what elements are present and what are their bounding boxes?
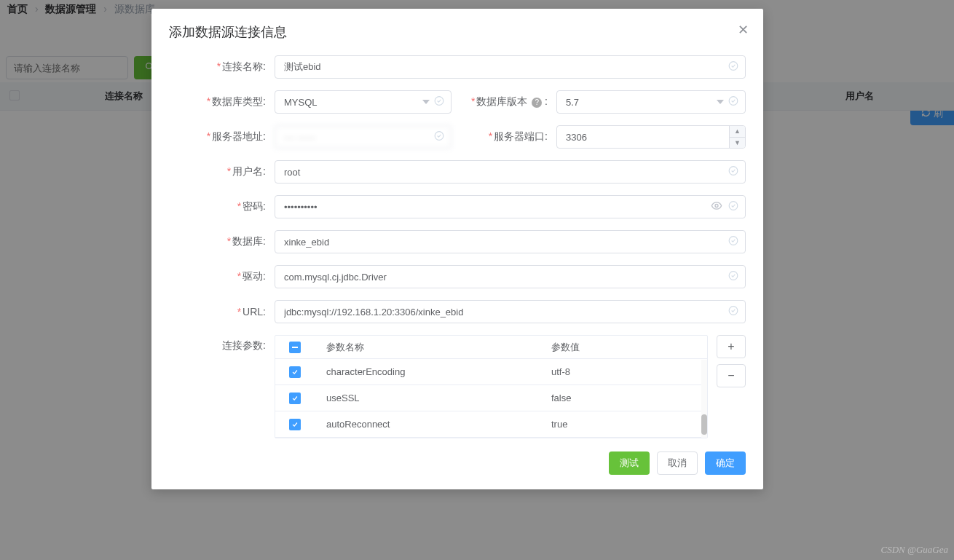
- add-param-button[interactable]: +: [717, 335, 746, 358]
- conn-name-input[interactable]: [275, 55, 746, 79]
- cancel-button[interactable]: 取消: [657, 451, 698, 475]
- svg-point-9: [729, 237, 738, 245]
- chevron-down-icon: [422, 100, 430, 104]
- label-database: 数据库:: [232, 235, 266, 247]
- svg-point-11: [729, 307, 738, 315]
- svg-point-5: [435, 132, 444, 141]
- label-db-version: 数据库版本: [476, 95, 527, 107]
- label-db-type: 数据库类型:: [212, 95, 266, 107]
- col-param-value: 参数值: [540, 341, 707, 354]
- valid-icon: [728, 166, 738, 178]
- label-server-port: 服务器端口:: [494, 130, 548, 142]
- svg-point-2: [729, 62, 738, 71]
- database-input[interactable]: [275, 230, 746, 253]
- port-stepper[interactable]: ▲ ▼: [729, 126, 745, 148]
- stepper-up-icon[interactable]: ▲: [730, 126, 745, 138]
- server-port-input[interactable]: [556, 125, 746, 149]
- label-driver: 驱动:: [243, 270, 266, 282]
- valid-icon: [728, 96, 738, 109]
- valid-icon: [434, 96, 444, 109]
- label-params: 连接参数:: [222, 339, 266, 351]
- select-all-params-checkbox[interactable]: [289, 342, 301, 353]
- server-addr-input[interactable]: [275, 125, 452, 149]
- valid-icon: [728, 306, 738, 318]
- label-conn-name: 连接名称:: [222, 60, 266, 72]
- valid-icon: [728, 271, 738, 283]
- help-icon[interactable]: ?: [532, 98, 542, 108]
- valid-icon: [728, 61, 738, 74]
- valid-icon: [728, 236, 738, 248]
- add-datasource-dialog: 添加数据源连接信息 ✕ *连接名称: *数据库类型: *数据库版本 ? :: [151, 9, 763, 489]
- dialog-title: 添加数据源连接信息: [169, 23, 746, 41]
- scrollbar-thumb[interactable]: [701, 414, 707, 435]
- valid-icon: [434, 131, 444, 143]
- table-row[interactable]: useSSL false: [275, 385, 707, 411]
- chevron-down-icon: [717, 100, 724, 104]
- svg-point-4: [729, 97, 738, 106]
- svg-point-6: [729, 167, 738, 176]
- svg-point-3: [435, 97, 444, 106]
- params-table: 参数名称 参数值 characterEncoding utf-8 useSSL …: [275, 335, 708, 438]
- row-checkbox[interactable]: [289, 366, 301, 378]
- watermark: CSDN @GuaGea: [881, 544, 949, 556]
- remove-param-button[interactable]: −: [717, 364, 746, 387]
- label-username: 用户名:: [232, 165, 266, 177]
- driver-input[interactable]: [275, 265, 746, 288]
- label-url: URL:: [243, 306, 266, 318]
- url-input[interactable]: [275, 300, 746, 323]
- table-row[interactable]: characterEncoding utf-8: [275, 359, 707, 385]
- row-checkbox[interactable]: [289, 419, 301, 430]
- label-password: 密码:: [243, 200, 266, 212]
- stepper-down-icon[interactable]: ▼: [730, 138, 745, 149]
- eye-icon[interactable]: [711, 200, 722, 214]
- close-icon[interactable]: ✕: [738, 22, 749, 38]
- svg-point-7: [715, 205, 718, 208]
- confirm-button[interactable]: 确定: [705, 451, 746, 475]
- col-param-name: 参数名称: [315, 341, 540, 354]
- svg-point-8: [729, 202, 738, 210]
- table-row[interactable]: autoReconnect true: [275, 411, 707, 438]
- svg-point-10: [729, 272, 738, 280]
- username-input[interactable]: [275, 160, 746, 184]
- test-button[interactable]: 测试: [609, 451, 650, 475]
- label-server-addr: 服务器地址:: [212, 130, 266, 142]
- row-checkbox[interactable]: [289, 393, 301, 404]
- valid-icon: [728, 201, 738, 213]
- password-input[interactable]: [275, 195, 746, 218]
